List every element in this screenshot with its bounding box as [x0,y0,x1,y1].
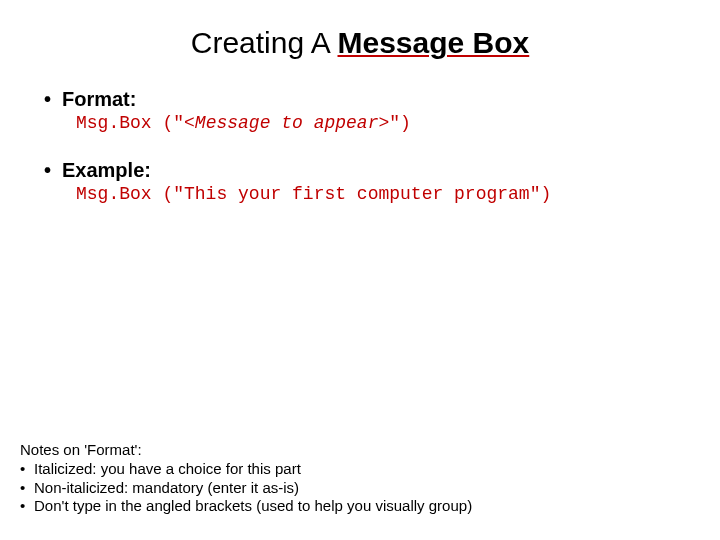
code-format-prefix: Msg.Box (" [76,113,184,133]
code-example-text: Msg.Box ("This your first computer progr… [76,184,551,204]
code-format-suffix: ") [389,113,411,133]
notes-item-1: Non-italicized: mandatory (enter it as-i… [20,479,472,498]
notes-item-2: Don't type in the angled brackets (used … [20,497,472,516]
notes-block: Notes on 'Format': Italicized: you have … [20,441,472,516]
heading-example: Example: [44,159,690,182]
notes-item-0: Italicized: you have a choice for this p… [20,460,472,479]
slide: Creating A Message Box Format: Msg.Box (… [0,0,720,540]
title-part1: Creating A [191,26,338,59]
code-format-italic: <Message to appear> [184,113,389,133]
notes-title: Notes on 'Format': [20,441,472,460]
heading-format: Format: [44,88,690,111]
section-example: Example: Msg.Box ("This your first compu… [30,159,690,204]
code-example: Msg.Box ("This your first computer progr… [76,184,690,204]
code-format: Msg.Box ("<Message to appear>") [76,113,690,133]
title-part2: Message Box [338,26,530,59]
section-format: Format: Msg.Box ("<Message to appear>") [30,88,690,133]
page-title: Creating A Message Box [30,26,690,60]
